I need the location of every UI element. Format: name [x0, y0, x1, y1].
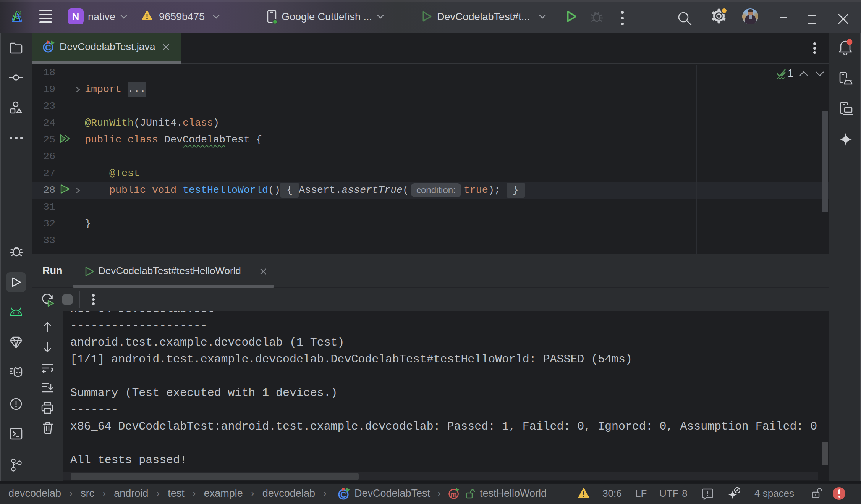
svg-text:C: C: [45, 43, 51, 52]
svg-text:m: m: [450, 490, 456, 498]
svg-text:C: C: [340, 490, 346, 499]
